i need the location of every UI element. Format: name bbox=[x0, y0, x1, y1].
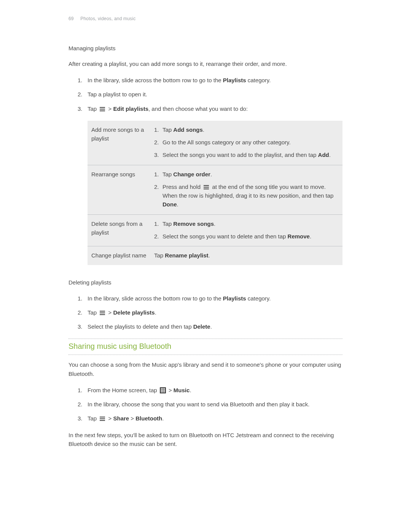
step-item: Select the playlists to delete and then … bbox=[78, 322, 342, 331]
page-number: 69 bbox=[68, 16, 74, 21]
managing-playlists-heading: Managing playlists bbox=[68, 44, 342, 53]
menu-icon bbox=[99, 107, 105, 112]
step-item: From the Home screen, tap > Music. bbox=[78, 386, 342, 395]
svg-rect-4 bbox=[204, 187, 209, 187]
managing-playlists-steps: In the library, slide across the bottom … bbox=[78, 76, 342, 113]
row-content: Tap Rename playlist. bbox=[150, 246, 342, 265]
row-content: Tap Remove songs. Select the songs you w… bbox=[150, 214, 342, 246]
table-row: Delete songs from a playlist Tap Remove … bbox=[88, 214, 342, 246]
step-item: In the library, slide across the bottom … bbox=[78, 76, 342, 85]
svg-rect-19 bbox=[100, 417, 105, 417]
svg-rect-11 bbox=[162, 388, 163, 389]
deleting-playlists-steps: In the library, slide across the bottom … bbox=[78, 294, 342, 331]
menu-icon bbox=[99, 416, 105, 422]
row-label: Add more songs to a playlist bbox=[88, 121, 150, 165]
apps-grid-icon bbox=[160, 387, 166, 393]
svg-rect-6 bbox=[100, 311, 105, 312]
sharing-bluetooth-intro: You can choose a song from the Music app… bbox=[68, 360, 342, 378]
row-content: Tap Add songs. Go to the All songs categ… bbox=[150, 121, 342, 165]
table-row: Change playlist name Tap Rename playlist… bbox=[88, 246, 342, 265]
managing-playlists-intro: After creating a playlist, you can add m… bbox=[68, 59, 342, 68]
svg-rect-1 bbox=[100, 109, 105, 109]
step-item: Tap > Edit playlists, and then choose wh… bbox=[78, 104, 342, 113]
step-item: Tap a playlist to open it. bbox=[78, 90, 342, 99]
step-item: Tap > Delete playlists. bbox=[78, 308, 342, 317]
step-item: Tap > Share > Bluetooth. bbox=[78, 414, 342, 423]
svg-rect-10 bbox=[161, 388, 162, 389]
svg-rect-8 bbox=[100, 314, 105, 315]
step-item: In the library, choose the song that you… bbox=[78, 400, 342, 409]
svg-rect-18 bbox=[164, 391, 165, 392]
svg-rect-7 bbox=[100, 312, 105, 313]
svg-rect-14 bbox=[162, 390, 163, 391]
svg-rect-3 bbox=[204, 185, 209, 186]
table-row: Rearrange songs Tap Change order. Press … bbox=[88, 165, 342, 214]
svg-rect-13 bbox=[161, 390, 162, 391]
svg-rect-21 bbox=[100, 420, 105, 421]
svg-rect-15 bbox=[164, 390, 165, 391]
deleting-playlists-heading: Deleting playlists bbox=[68, 278, 342, 287]
svg-rect-16 bbox=[161, 391, 162, 392]
row-content: Tap Change order. Press and hold at the … bbox=[150, 165, 342, 214]
chapter-title: Photos, videos, and music bbox=[80, 16, 135, 21]
sharing-bluetooth-steps: From the Home screen, tap > Music. In th… bbox=[78, 386, 342, 423]
svg-rect-17 bbox=[162, 391, 163, 392]
row-label: Change playlist name bbox=[88, 246, 150, 265]
sharing-bluetooth-heading: Sharing music using Bluetooth bbox=[68, 339, 342, 355]
page-header: 69 Photos, videos, and music bbox=[68, 15, 342, 22]
row-label: Delete songs from a playlist bbox=[88, 214, 150, 246]
menu-icon bbox=[99, 310, 105, 316]
playlist-actions-table: Add more songs to a playlist Tap Add son… bbox=[88, 121, 342, 265]
sharing-bluetooth-outro: In the next few steps, you'll be asked t… bbox=[68, 431, 342, 449]
svg-rect-20 bbox=[100, 419, 105, 419]
svg-rect-5 bbox=[204, 189, 209, 189]
svg-rect-2 bbox=[100, 110, 105, 111]
table-row: Add more songs to a playlist Tap Add son… bbox=[88, 121, 342, 165]
svg-rect-12 bbox=[164, 388, 165, 389]
row-label: Rearrange songs bbox=[88, 165, 150, 214]
step-item: In the library, slide across the bottom … bbox=[78, 294, 342, 303]
drag-handle-icon bbox=[203, 185, 209, 190]
svg-rect-0 bbox=[100, 107, 105, 108]
